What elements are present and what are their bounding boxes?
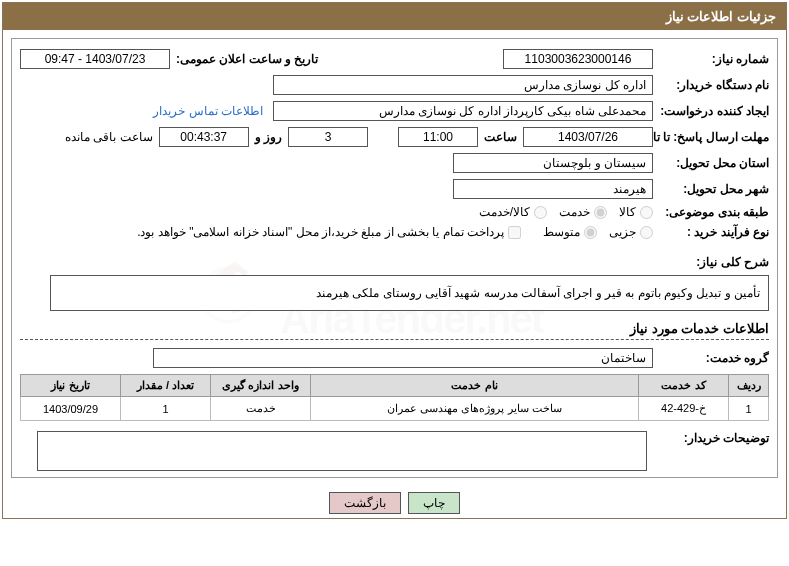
days-and-label: روز و <box>255 130 282 144</box>
summary-label: شرح کلی نیاز: <box>659 255 769 269</box>
province-label: استان محل تحویل: <box>659 156 769 170</box>
radio-medium[interactable]: متوسط <box>543 225 597 239</box>
time-word-label: ساعت <box>484 130 517 144</box>
province-field: سیستان و بلوچستان <box>453 153 653 173</box>
announce-field: 1403/07/23 - 09:47 <box>20 49 170 69</box>
buyer-notes-box <box>37 431 647 471</box>
deadline-date-field: 1403/07/26 <box>523 127 653 147</box>
print-button[interactable]: چاپ <box>408 492 460 514</box>
col-name: نام خدمت <box>311 375 639 397</box>
col-row: ردیف <box>729 375 769 397</box>
deadline-label: مهلت ارسال پاسخ: تا تاریخ: <box>659 130 769 144</box>
radio-kala-input[interactable] <box>640 206 653 219</box>
services-table: ردیف کد خدمت نام خدمت واحد اندازه گیری ت… <box>20 374 769 421</box>
cell-qty: 1 <box>121 397 211 421</box>
buyer-org-label: نام دستگاه خریدار: <box>659 78 769 92</box>
radio-kala-khedmat-label: کالا/خدمت <box>479 205 530 219</box>
back-button[interactable]: بازگشت <box>329 492 401 514</box>
remaining-label: ساعت باقی مانده <box>65 130 153 144</box>
cell-row: 1 <box>729 397 769 421</box>
announce-label: تاریخ و ساعت اعلان عمومی: <box>176 52 318 66</box>
radio-medium-input[interactable] <box>584 226 597 239</box>
buyer-contact-link[interactable]: اطلاعات تماس خریدار <box>153 104 263 118</box>
radio-small-input[interactable] <box>640 226 653 239</box>
city-field: هیرمند <box>453 179 653 199</box>
payment-checkbox-input[interactable] <box>508 226 521 239</box>
payment-note: پرداخت تمام یا بخشی از مبلغ خرید،از محل … <box>137 225 504 239</box>
services-section-title: اطلاعات خدمات مورد نیاز <box>20 321 769 340</box>
radio-khedmat-input[interactable] <box>594 206 607 219</box>
col-code: کد خدمت <box>639 375 729 397</box>
main-panel: شماره نیاز: 1103003623000146 تاریخ و ساع… <box>11 38 778 478</box>
service-group-label: گروه خدمت: <box>659 351 769 365</box>
days-remaining-field: 3 <box>288 127 368 147</box>
page-title: جزئیات اطلاعات نیاز <box>3 3 786 30</box>
buyer-org-field: اداره کل نوسازی مدارس <box>273 75 653 95</box>
cell-name: ساخت سایر پروژه‌های مهندسی عمران <box>311 397 639 421</box>
col-unit: واحد اندازه گیری <box>211 375 311 397</box>
radio-khedmat[interactable]: خدمت <box>559 205 607 219</box>
cell-date: 1403/09/29 <box>21 397 121 421</box>
payment-checkbox[interactable]: پرداخت تمام یا بخشی از مبلغ خرید،از محل … <box>137 225 521 239</box>
radio-khedmat-label: خدمت <box>559 205 590 219</box>
need-number-label: شماره نیاز: <box>659 52 769 66</box>
creator-field: محمدعلی شاه بیکی کارپرداز اداره کل نوساز… <box>273 101 653 121</box>
radio-small-label: جزیی <box>609 225 636 239</box>
city-label: شهر محل تحویل: <box>659 182 769 196</box>
deadline-time-field: 11:00 <box>398 127 478 147</box>
radio-kala-khedmat-input[interactable] <box>534 206 547 219</box>
col-qty: تعداد / مقدار <box>121 375 211 397</box>
table-row: 1 خ-429-42 ساخت سایر پروژه‌های مهندسی عم… <box>21 397 769 421</box>
buyer-notes-label: توضیحات خریدار: <box>659 431 769 445</box>
radio-small[interactable]: جزیی <box>609 225 653 239</box>
summary-box: تأمین و تبدیل وکیوم باتوم به قیر و اجرای… <box>50 275 769 311</box>
time-remaining-field: 00:43:37 <box>159 127 249 147</box>
radio-kala-khedmat[interactable]: کالا/خدمت <box>479 205 547 219</box>
cell-code: خ-429-42 <box>639 397 729 421</box>
need-number-field: 1103003623000146 <box>503 49 653 69</box>
col-date: تاریخ نیاز <box>21 375 121 397</box>
purchase-type-label: نوع فرآیند خرید : <box>659 225 769 239</box>
cell-unit: خدمت <box>211 397 311 421</box>
subject-class-label: طبقه بندی موضوعی: <box>659 205 769 219</box>
radio-medium-label: متوسط <box>543 225 580 239</box>
service-group-field: ساختمان <box>153 348 653 368</box>
creator-label: ایجاد کننده درخواست: <box>659 104 769 118</box>
radio-kala-label: کالا <box>619 205 636 219</box>
radio-kala[interactable]: کالا <box>619 205 653 219</box>
